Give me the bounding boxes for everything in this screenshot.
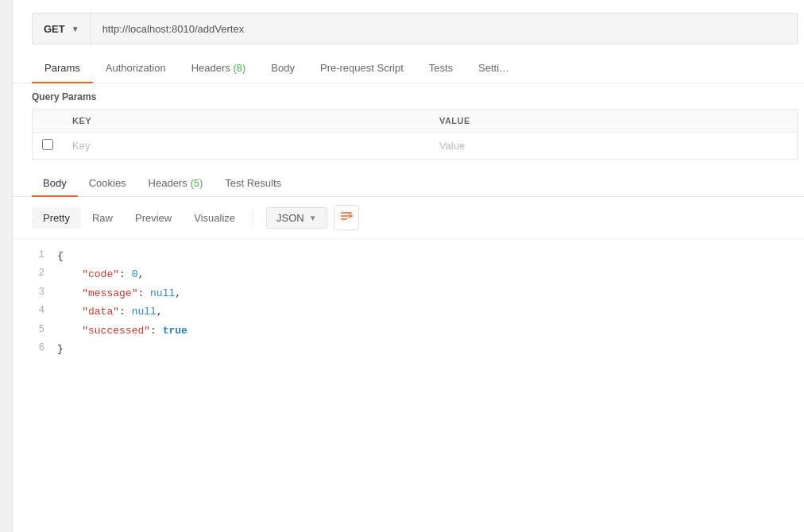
json-line-3: 3 "message": null, bbox=[32, 284, 798, 303]
response-tab-cookies[interactable]: Cookies bbox=[78, 171, 137, 197]
sidebar-strip bbox=[0, 0, 13, 532]
format-label: JSON bbox=[276, 212, 304, 224]
format-tab-pretty[interactable]: Pretty bbox=[32, 207, 81, 229]
headers-badge: (8) bbox=[233, 62, 245, 74]
format-tab-visualize[interactable]: Visualize bbox=[183, 207, 246, 229]
key-cell[interactable]: Key bbox=[63, 133, 430, 160]
http-method: GET bbox=[44, 23, 65, 35]
url-bar: GET ▼ bbox=[32, 13, 798, 44]
tab-settings[interactable]: Setti… bbox=[466, 54, 522, 83]
tab-params[interactable]: Params bbox=[32, 54, 93, 83]
format-tab-preview[interactable]: Preview bbox=[124, 207, 183, 229]
wrap-button[interactable] bbox=[334, 205, 359, 230]
tab-headers[interactable]: Headers (8) bbox=[179, 54, 259, 83]
format-selector[interactable]: JSON ▼ bbox=[266, 207, 327, 229]
url-input[interactable] bbox=[91, 23, 797, 35]
col-checkbox bbox=[33, 110, 64, 133]
line-num-5: 5 bbox=[32, 322, 57, 340]
json-bracket-open: { bbox=[57, 247, 64, 265]
request-tabs: Params Authorization Headers (8) Body Pr… bbox=[13, 54, 804, 83]
line-num-3: 3 bbox=[32, 284, 57, 303]
col-value: VALUE bbox=[430, 110, 798, 133]
param-checkbox[interactable] bbox=[42, 139, 53, 150]
tab-tests[interactable]: Tests bbox=[416, 54, 466, 83]
response-tabs: Body Cookies Headers (5) Test Results bbox=[13, 160, 804, 197]
tab-authorization[interactable]: Authorization bbox=[93, 54, 179, 83]
toolbar-separator bbox=[253, 210, 253, 226]
format-tab-raw[interactable]: Raw bbox=[81, 207, 124, 229]
json-bracket-close: } bbox=[57, 340, 64, 358]
row-checkbox-cell bbox=[33, 133, 64, 160]
value-cell[interactable]: Value bbox=[430, 133, 798, 160]
tab-body[interactable]: Body bbox=[258, 54, 307, 83]
format-chevron-icon: ▼ bbox=[309, 214, 317, 222]
response-tab-body[interactable]: Body bbox=[32, 171, 78, 197]
response-tab-headers[interactable]: Headers (5) bbox=[137, 171, 215, 197]
params-table: KEY VALUE Key Value bbox=[32, 109, 798, 160]
response-tab-test-results[interactable]: Test Results bbox=[214, 171, 292, 197]
line-num-2: 2 bbox=[32, 265, 57, 283]
json-line-1: 1 { bbox=[32, 247, 798, 265]
table-row: Key Value bbox=[33, 133, 798, 160]
line-num-6: 6 bbox=[32, 340, 57, 358]
response-headers-badge: (5) bbox=[190, 177, 203, 189]
method-selector[interactable]: GET ▼ bbox=[33, 13, 91, 44]
json-content: 1 { 2 "code": 0, 3 "message": null, 4 "d… bbox=[13, 239, 804, 366]
line-num-4: 4 bbox=[32, 303, 57, 321]
query-params-title: Query Params bbox=[32, 91, 798, 102]
line-num-1: 1 bbox=[32, 247, 57, 265]
json-line-2: 2 "code": 0, bbox=[32, 265, 798, 283]
tab-pre-request[interactable]: Pre-request Script bbox=[307, 54, 416, 83]
json-line-5: 5 "successed": true bbox=[32, 322, 798, 340]
query-params-section: Query Params KEY VALUE Key bbox=[13, 83, 804, 160]
wrap-icon bbox=[339, 209, 354, 226]
response-toolbar: Pretty Raw Preview Visualize JSON ▼ bbox=[13, 197, 804, 239]
json-line-6: 6 } bbox=[32, 340, 798, 358]
json-line-4: 4 "data": null, bbox=[32, 303, 798, 321]
col-key: KEY bbox=[63, 110, 430, 133]
method-chevron-icon: ▼ bbox=[72, 25, 79, 33]
